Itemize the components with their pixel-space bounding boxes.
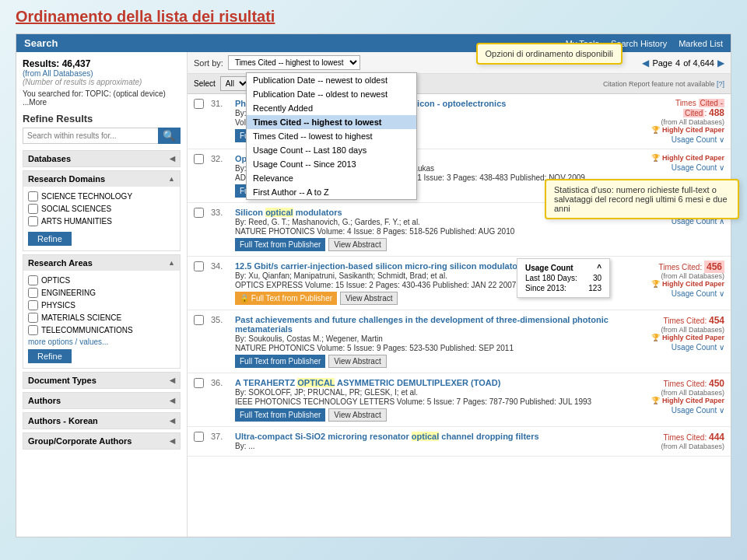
- highly-cited-36: 🏆 Highly Cited Paper: [615, 397, 724, 404]
- area-checkbox-materials[interactable]: [28, 313, 38, 323]
- from-db-37: (from All Databases): [615, 443, 724, 450]
- research-areas-header[interactable]: Research Areas ▲: [23, 255, 180, 271]
- area-checkbox-optics[interactable]: [28, 275, 38, 285]
- domain-item-social: SOCIAL SCIENCES: [28, 204, 175, 214]
- result-checkbox-32[interactable]: [194, 154, 204, 164]
- area-item-physics: PHYSICS: [28, 300, 175, 310]
- domain-checkbox-social[interactable]: [28, 204, 38, 214]
- next-page-button[interactable]: ▶: [717, 58, 724, 68]
- result-actions-35: Full Text from Publisher View Abstract: [235, 355, 611, 368]
- dropdown-item-pub-old[interactable]: Publication Date -- oldest to newest: [247, 87, 416, 101]
- result-checkbox-31[interactable]: [194, 99, 204, 109]
- dropdown-item-cited-high[interactable]: Times Cited -- highest to lowest: [247, 115, 416, 129]
- result-title-36[interactable]: A TERAHERTZ OPTICAL ASYMMETRIC DEMULTIPL…: [235, 378, 611, 387]
- domain-checkbox-science[interactable]: [28, 191, 38, 201]
- group-authors-header[interactable]: Group/Corporate Authors ◀: [23, 433, 180, 449]
- abstract-btn-34[interactable]: View Abstract: [340, 292, 398, 305]
- domain-checkbox-arts[interactable]: [28, 216, 38, 226]
- result-body-36: A TERAHERTZ OPTICAL ASYMMETRIC DEMULTIPL…: [235, 378, 611, 422]
- usage-count-36[interactable]: Usage Count ∨: [615, 406, 724, 415]
- prev-page-button[interactable]: ◀: [642, 58, 649, 68]
- research-areas-section: Research Areas ▲ OPTICS ENGINEERING: [23, 254, 181, 369]
- result-num-31: 31.: [211, 99, 230, 144]
- highly-cited-34: 🏆 Highly Cited Paper: [615, 280, 724, 288]
- usage-count-34[interactable]: Usage Count ∨: [615, 289, 724, 298]
- result-title-35[interactable]: Past achievements and future challenges …: [235, 315, 611, 334]
- usage-count-35[interactable]: Usage Count ∨: [615, 343, 724, 352]
- domain-item-arts: ARTS HUMANITIES: [28, 216, 175, 226]
- result-journal-33: NATURE PHOTONICS Volume: 4 Issue: 8 Page…: [235, 227, 611, 236]
- results-count: Results: 46,437: [23, 58, 181, 69]
- fulltext-btn-35[interactable]: Full Text from Publisher: [235, 355, 325, 368]
- trophy-icon-34: 🏆: [651, 280, 660, 288]
- fulltext-lock-btn-34[interactable]: 🔒 Full Text from Publisher: [235, 292, 337, 305]
- dropdown-item-usage-180[interactable]: Usage Count -- Last 180 days: [247, 143, 416, 157]
- result-body-37: Ultra-compact Si-SiO2 microring resonato…: [235, 432, 611, 451]
- result-checkbox-33[interactable]: [194, 208, 204, 218]
- dropdown-item-pub-new[interactable]: Publication Date -- newest to oldest: [247, 73, 416, 87]
- result-title-37[interactable]: Ultra-compact Si-SiO2 microring resonato…: [235, 432, 611, 441]
- search-within-input[interactable]: [23, 128, 158, 144]
- dropdown-item-relevance[interactable]: Relevance: [247, 171, 416, 185]
- dropdown-item-cited-low[interactable]: Times Cited -- lowest to highest: [247, 129, 416, 143]
- results-area: Sort by: Times Cited -- highest to lowes…: [188, 52, 731, 537]
- abstract-btn-35[interactable]: View Abstract: [328, 355, 386, 368]
- refine-areas-button[interactable]: Refine: [28, 349, 72, 363]
- result-check-35: [194, 315, 206, 368]
- refine-domains-button[interactable]: Refine: [28, 232, 72, 246]
- main-content: Search My Tools Search History Marked Li…: [16, 33, 731, 537]
- area-checkbox-engineering[interactable]: [28, 288, 38, 298]
- document-types-header[interactable]: Document Types ◀: [23, 373, 180, 388]
- app-title: Search: [24, 37, 58, 49]
- result-checkbox-36[interactable]: [194, 378, 204, 388]
- usage-count-31[interactable]: Usage Count ∨: [615, 135, 724, 144]
- result-num-37: 37.: [211, 432, 230, 451]
- authors-header[interactable]: Authors ◀: [23, 393, 180, 408]
- result-item-37: 37. Ultra-compact Si-SiO2 microring reso…: [188, 427, 731, 457]
- result-meta-35: Times Cited: 454 (from All Databases) 🏆 …: [615, 315, 724, 368]
- usage-count-32[interactable]: Usage Count ∨: [615, 163, 724, 172]
- domain-item-science: SCIENCE TECHNOLOGY: [28, 191, 175, 201]
- results-from-db: (from All Databases): [23, 69, 181, 78]
- more-options-link[interactable]: more options / values...: [28, 338, 175, 346]
- marked-list-link[interactable]: Marked List: [679, 39, 723, 48]
- fulltext-btn-36[interactable]: Full Text from Publisher: [235, 408, 325, 422]
- area-checkbox-telecom[interactable]: [28, 325, 38, 335]
- research-domains-header[interactable]: Research Domains ▲: [23, 171, 180, 187]
- sidebar: Results: 46,437 (from All Databases) (Nu…: [16, 52, 188, 537]
- sort-dropdown[interactable]: Publication Date -- newest to oldest Pub…: [246, 72, 417, 200]
- result-checkbox-37[interactable]: [194, 432, 204, 442]
- citation-help[interactable]: [?]: [717, 80, 724, 88]
- document-types-arrow: ◀: [170, 376, 175, 384]
- trophy-icon-32: 🏆: [651, 154, 660, 162]
- result-checkbox-35[interactable]: [194, 315, 204, 325]
- highly-cited-35: 🏆 Highly Cited Paper: [615, 334, 724, 341]
- abstract-btn-33[interactable]: View Abstract: [328, 238, 386, 251]
- from-db-35: (from All Databases): [615, 326, 724, 334]
- times-cited-label-36: Times Cited: 450: [615, 378, 724, 389]
- of-label: of 4,644: [683, 58, 714, 68]
- result-check-34: [194, 261, 206, 305]
- dropdown-item-first-author[interactable]: First Author -- A to Z: [247, 185, 416, 199]
- callout-statistica: Statistica d'uso: numero richieste full-…: [545, 179, 739, 219]
- area-checkbox-physics[interactable]: [28, 300, 38, 310]
- databases-arrow: ◀: [170, 155, 175, 163]
- usage-popup-180-row: Last 180 Days: 30: [525, 274, 601, 282]
- result-num-36: 36.: [211, 378, 230, 422]
- citation-note: Citation Report feature not available [?…: [603, 80, 724, 88]
- search-within-button[interactable]: 🔍: [158, 128, 181, 144]
- result-checkbox-34[interactable]: [194, 261, 204, 271]
- dropdown-item-recently[interactable]: Recently Added: [247, 101, 416, 115]
- result-item-34: 34. 12.5 Gbit/s carrier-injection-based …: [188, 257, 731, 310]
- from-db-34: (from All Databases): [615, 272, 724, 280]
- usage-popup-arrow-icon[interactable]: ^: [597, 264, 601, 272]
- authors-korean-header[interactable]: Authors - Korean ◀: [23, 413, 180, 429]
- dropdown-item-usage-2013[interactable]: Usage Count -- Since 2013: [247, 157, 416, 171]
- databases-header[interactable]: Databases ◀: [23, 151, 180, 166]
- highly-cited-31: 🏆 Highly Cited Paper: [615, 126, 724, 134]
- fulltext-btn-33[interactable]: Full Text from Publisher: [235, 238, 325, 251]
- result-check-36: [194, 378, 206, 422]
- abstract-btn-36[interactable]: View Abstract: [328, 408, 386, 422]
- sort-label: Sort by:: [194, 58, 223, 68]
- sort-select[interactable]: Times Cited -- highest to lowest: [228, 55, 360, 70]
